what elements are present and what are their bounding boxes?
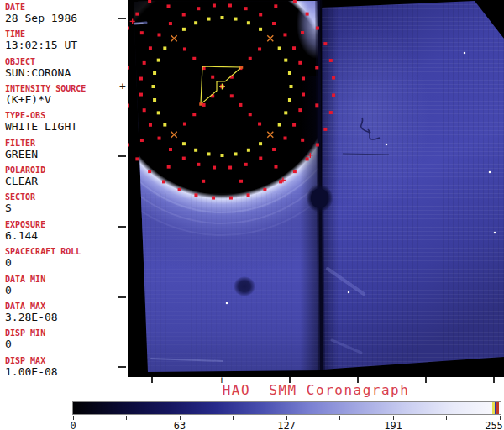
metadata-field: POLAROIDCLEAR xyxy=(5,166,128,175)
red-ring-inner-dot xyxy=(283,33,286,36)
star-speck xyxy=(464,52,465,54)
metadata-field: DISP MIN0 xyxy=(5,329,128,338)
red-ring-mid-dot xyxy=(239,180,243,183)
red-ring-mid-dot xyxy=(128,66,129,70)
red-ring-inner-dot xyxy=(244,7,248,10)
red-ring-inner-dot xyxy=(143,61,146,65)
field-value: WHITE LIGHT xyxy=(5,121,77,132)
yellow-limb-ring-dot xyxy=(221,154,224,157)
red-ring-inner-dot xyxy=(272,148,276,151)
red-ring-outer-dot xyxy=(329,59,333,62)
yellow-limb-ring-dot xyxy=(163,123,166,127)
metadata-field: SPACECRAFT ROLL0 xyxy=(5,248,128,256)
yellow-limb-ring-dot xyxy=(182,28,186,31)
red-ring-outer-dot xyxy=(323,128,327,131)
field-value: 6.144 xyxy=(5,230,38,241)
field-label: SECTOR xyxy=(5,193,128,202)
red-ring-outer-dot xyxy=(148,0,151,3)
red-ring-mid-dot xyxy=(315,66,318,69)
metadata-field: DISP MAX1.00E-08 xyxy=(5,357,128,365)
metadata-field: SECTORS xyxy=(5,193,128,202)
colorbar-tick-label: 0 xyxy=(70,420,76,430)
film-grain xyxy=(319,0,504,377)
film-grain xyxy=(128,193,320,372)
field-value: S xyxy=(5,202,12,213)
red-ring-inner-dot xyxy=(182,157,186,160)
red-ring-inner-dot xyxy=(228,166,232,170)
red-ring-outer-dot xyxy=(178,188,181,191)
field-value: (K+F)*V xyxy=(5,94,51,105)
star-speck xyxy=(494,232,496,233)
yellow-limb-ring-dot xyxy=(247,21,250,24)
yellow-limb-ring-dot xyxy=(157,111,160,114)
field-label: TIME xyxy=(5,30,128,39)
yellow-limb-ring-dot xyxy=(284,111,287,114)
yellow-limb-ring-dot xyxy=(157,59,160,62)
red-ring-outer-dot xyxy=(212,197,215,200)
red-ring-outer-dot xyxy=(316,143,319,146)
star-speck xyxy=(489,171,491,173)
metadata-field: EXPOSURE6.144 xyxy=(5,221,128,229)
red-ring-outer-dot xyxy=(194,193,197,197)
field-label: POLAROID xyxy=(5,166,128,175)
red-ring-inner-dot xyxy=(139,77,143,81)
yellow-limb-ring-dot xyxy=(278,46,281,50)
coronagraph-image xyxy=(128,0,504,377)
star-speck xyxy=(386,144,387,145)
red-ring-inner-dot xyxy=(292,46,296,50)
field-label: DISP MIN xyxy=(5,329,128,338)
field-value: 0 xyxy=(5,285,12,296)
ray-dot xyxy=(249,57,252,60)
field-label: TYPE-OBS xyxy=(5,112,128,120)
yellow-limb-ring-dot xyxy=(259,28,262,31)
red-ring-outer-dot xyxy=(329,111,333,114)
red-ring-mid-dot xyxy=(167,4,171,8)
red-ring-inner-dot xyxy=(182,13,186,16)
yellow-limb-ring-dot xyxy=(234,18,237,21)
red-ring-mid-dot xyxy=(301,139,304,142)
pylon-blob xyxy=(311,189,328,208)
ray-dot xyxy=(239,103,242,107)
ray-dot xyxy=(230,94,234,97)
ray-dot xyxy=(183,47,186,50)
field-label: DATA MAX xyxy=(5,302,128,311)
red-ring-outer-dot xyxy=(332,76,335,80)
field-value: 3.28E-08 xyxy=(5,312,58,322)
yellow-limb-ring-dot xyxy=(182,142,186,145)
ray-dot xyxy=(192,57,196,60)
colorbar-tick-label: 255 xyxy=(485,420,503,430)
yellow-limb-ring-dot xyxy=(194,21,197,24)
red-ring-inner-dot xyxy=(157,33,160,36)
red-ring-inner-dot xyxy=(272,22,276,25)
dark-dust-spot xyxy=(234,276,255,296)
red-ring-inner-dot xyxy=(244,163,248,166)
metadata-field: DATA MIN0 xyxy=(5,275,128,284)
left-tick-dash xyxy=(118,296,126,298)
field-label: DATA MIN xyxy=(5,275,128,284)
field-label: EXPOSURE xyxy=(5,221,128,229)
red-ring-outer-dot xyxy=(128,143,129,146)
red-ring-inner-dot xyxy=(169,148,172,151)
red-ring-outer-dot xyxy=(332,93,335,97)
field-label: FILTER xyxy=(5,139,128,148)
colorbar-tick xyxy=(339,416,340,420)
metadata-field: INTENSITY SOURCE(K+F)*V xyxy=(5,85,128,93)
red-ring-outer-dot xyxy=(323,42,327,45)
red-ring-outer-dot xyxy=(293,170,297,173)
star-speck xyxy=(226,302,228,304)
red-ring-inner-dot xyxy=(298,108,302,112)
red-ring-outer-dot xyxy=(229,197,233,200)
yellow-limb-ring-dot xyxy=(278,123,281,127)
metadata-field: TIME13:02:15 UT xyxy=(5,30,128,39)
red-ring-outer-dot xyxy=(263,188,266,191)
colorbar-tick-label: 191 xyxy=(384,420,402,430)
yellow-limb-ring-dot xyxy=(153,71,156,75)
metadata-field: OBJECTSUN:CORONA xyxy=(5,58,128,66)
yellow-limb-ring-dot xyxy=(163,46,166,50)
red-ring-inner-dot xyxy=(292,123,296,127)
red-ring-inner-dot xyxy=(302,92,305,96)
yellow-limb-ring-dot xyxy=(194,149,197,152)
metadata-field: DATA MAX3.28E-08 xyxy=(5,302,128,311)
red-ring-mid-dot xyxy=(301,31,304,34)
left-tick-dash xyxy=(118,226,126,228)
